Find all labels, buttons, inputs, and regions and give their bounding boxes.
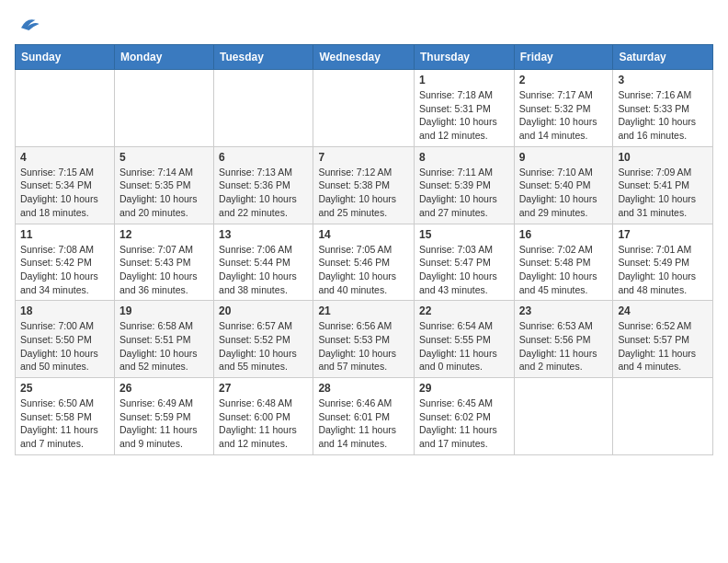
- day-number: 22: [419, 304, 509, 317]
- week-row-4: 25Sunrise: 6:50 AM Sunset: 5:58 PM Dayli…: [16, 378, 713, 455]
- day-info: Sunrise: 7:06 AM Sunset: 5:44 PM Dayligh…: [219, 243, 308, 297]
- calendar-cell: 13Sunrise: 7:06 AM Sunset: 5:44 PM Dayli…: [214, 224, 313, 301]
- calendar-cell: 24Sunrise: 6:52 AM Sunset: 5:57 PM Dayli…: [613, 301, 713, 378]
- week-row-0: 1Sunrise: 7:18 AM Sunset: 5:31 PM Daylig…: [16, 70, 713, 147]
- logo-icon: [15, 15, 40, 37]
- calendar-cell: 29Sunrise: 6:45 AM Sunset: 6:02 PM Dayli…: [415, 378, 515, 455]
- day-info: Sunrise: 6:53 AM Sunset: 5:56 PM Dayligh…: [519, 319, 609, 373]
- col-header-monday: Monday: [114, 45, 213, 70]
- day-info: Sunrise: 7:07 AM Sunset: 5:43 PM Dayligh…: [119, 243, 209, 297]
- calendar-cell: 2Sunrise: 7:17 AM Sunset: 5:32 PM Daylig…: [514, 70, 613, 147]
- calendar-cell: 27Sunrise: 6:48 AM Sunset: 6:00 PM Dayli…: [214, 378, 313, 455]
- calendar-table: SundayMondayTuesdayWednesdayThursdayFrid…: [15, 44, 713, 455]
- calendar-cell: 15Sunrise: 7:03 AM Sunset: 5:47 PM Dayli…: [415, 224, 515, 301]
- calendar-cell: 22Sunrise: 6:54 AM Sunset: 5:55 PM Dayli…: [415, 301, 515, 378]
- day-info: Sunrise: 6:49 AM Sunset: 5:59 PM Dayligh…: [119, 396, 209, 451]
- day-info: Sunrise: 7:13 AM Sunset: 5:36 PM Dayligh…: [219, 166, 308, 220]
- day-info: Sunrise: 7:09 AM Sunset: 5:41 PM Dayligh…: [618, 166, 708, 220]
- day-info: Sunrise: 7:10 AM Sunset: 5:40 PM Dayligh…: [519, 166, 609, 220]
- day-info: Sunrise: 7:02 AM Sunset: 5:48 PM Dayligh…: [519, 243, 609, 297]
- col-header-saturday: Saturday: [613, 45, 713, 70]
- day-info: Sunrise: 6:50 AM Sunset: 5:58 PM Dayligh…: [20, 396, 109, 451]
- calendar-cell: 20Sunrise: 6:57 AM Sunset: 5:52 PM Dayli…: [214, 301, 313, 378]
- day-number: 4: [20, 151, 109, 164]
- day-info: Sunrise: 6:56 AM Sunset: 5:53 PM Dayligh…: [318, 319, 409, 373]
- day-info: Sunrise: 7:01 AM Sunset: 5:49 PM Dayligh…: [618, 243, 708, 297]
- calendar-cell: [313, 70, 415, 147]
- day-number: 12: [119, 228, 209, 241]
- day-number: 3: [618, 74, 708, 86]
- calendar-cell: [114, 70, 213, 147]
- calendar-cell: [514, 378, 613, 455]
- day-number: 20: [219, 304, 308, 317]
- day-info: Sunrise: 7:08 AM Sunset: 5:42 PM Dayligh…: [20, 243, 109, 297]
- calendar-cell: 26Sunrise: 6:49 AM Sunset: 5:59 PM Dayli…: [114, 378, 213, 455]
- col-header-wednesday: Wednesday: [313, 45, 415, 70]
- day-info: Sunrise: 7:17 AM Sunset: 5:32 PM Dayligh…: [519, 88, 609, 143]
- day-number: 18: [20, 304, 109, 317]
- calendar-cell: [214, 70, 313, 147]
- day-number: 7: [318, 151, 409, 164]
- calendar-cell: [613, 378, 713, 455]
- col-header-tuesday: Tuesday: [214, 45, 313, 70]
- day-info: Sunrise: 6:52 AM Sunset: 5:57 PM Dayligh…: [618, 319, 708, 373]
- header: [15, 15, 713, 37]
- calendar-cell: 8Sunrise: 7:11 AM Sunset: 5:39 PM Daylig…: [415, 146, 515, 224]
- calendar-cell: 28Sunrise: 6:46 AM Sunset: 6:01 PM Dayli…: [313, 378, 415, 455]
- calendar-cell: 7Sunrise: 7:12 AM Sunset: 5:38 PM Daylig…: [313, 146, 415, 224]
- calendar-cell: 25Sunrise: 6:50 AM Sunset: 5:58 PM Dayli…: [16, 378, 115, 455]
- logo: [15, 15, 44, 37]
- day-number: 10: [618, 151, 708, 164]
- day-number: 24: [618, 304, 708, 317]
- day-number: 29: [419, 382, 509, 395]
- calendar-cell: 5Sunrise: 7:14 AM Sunset: 5:35 PM Daylig…: [114, 146, 213, 224]
- calendar-cell: 10Sunrise: 7:09 AM Sunset: 5:41 PM Dayli…: [613, 146, 713, 224]
- col-header-sunday: Sunday: [16, 45, 115, 70]
- day-info: Sunrise: 7:16 AM Sunset: 5:33 PM Dayligh…: [618, 88, 708, 143]
- day-number: 9: [519, 151, 609, 164]
- day-number: 8: [419, 151, 509, 164]
- day-number: 1: [419, 74, 509, 86]
- day-info: Sunrise: 7:15 AM Sunset: 5:34 PM Dayligh…: [20, 166, 109, 220]
- day-info: Sunrise: 7:03 AM Sunset: 5:47 PM Dayligh…: [419, 243, 509, 297]
- week-row-2: 11Sunrise: 7:08 AM Sunset: 5:42 PM Dayli…: [16, 224, 713, 301]
- day-info: Sunrise: 7:12 AM Sunset: 5:38 PM Dayligh…: [318, 166, 409, 220]
- day-number: 26: [119, 382, 209, 395]
- day-number: 16: [519, 228, 609, 241]
- calendar-cell: 18Sunrise: 7:00 AM Sunset: 5:50 PM Dayli…: [16, 301, 115, 378]
- day-number: 14: [318, 228, 409, 241]
- calendar-cell: 1Sunrise: 7:18 AM Sunset: 5:31 PM Daylig…: [415, 70, 515, 147]
- day-number: 21: [318, 304, 409, 317]
- day-number: 25: [20, 382, 109, 395]
- calendar-cell: 4Sunrise: 7:15 AM Sunset: 5:34 PM Daylig…: [16, 146, 115, 224]
- day-info: Sunrise: 7:11 AM Sunset: 5:39 PM Dayligh…: [419, 166, 509, 220]
- calendar-cell: [16, 70, 115, 147]
- week-row-1: 4Sunrise: 7:15 AM Sunset: 5:34 PM Daylig…: [16, 146, 713, 224]
- day-info: Sunrise: 7:18 AM Sunset: 5:31 PM Dayligh…: [419, 88, 509, 143]
- day-info: Sunrise: 6:54 AM Sunset: 5:55 PM Dayligh…: [419, 319, 509, 373]
- col-header-thursday: Thursday: [415, 45, 515, 70]
- day-info: Sunrise: 6:48 AM Sunset: 6:00 PM Dayligh…: [219, 396, 308, 451]
- day-number: 6: [219, 151, 308, 164]
- day-number: 15: [419, 228, 509, 241]
- day-number: 27: [219, 382, 308, 395]
- calendar-cell: 23Sunrise: 6:53 AM Sunset: 5:56 PM Dayli…: [514, 301, 613, 378]
- day-info: Sunrise: 6:57 AM Sunset: 5:52 PM Dayligh…: [219, 319, 308, 373]
- calendar-cell: 14Sunrise: 7:05 AM Sunset: 5:46 PM Dayli…: [313, 224, 415, 301]
- week-row-3: 18Sunrise: 7:00 AM Sunset: 5:50 PM Dayli…: [16, 301, 713, 378]
- calendar-cell: 19Sunrise: 6:58 AM Sunset: 5:51 PM Dayli…: [114, 301, 213, 378]
- day-number: 28: [318, 382, 409, 395]
- calendar-cell: 3Sunrise: 7:16 AM Sunset: 5:33 PM Daylig…: [613, 70, 713, 147]
- day-info: Sunrise: 6:46 AM Sunset: 6:01 PM Dayligh…: [318, 396, 409, 451]
- day-number: 17: [618, 228, 708, 241]
- day-number: 19: [119, 304, 209, 317]
- calendar-cell: 12Sunrise: 7:07 AM Sunset: 5:43 PM Dayli…: [114, 224, 213, 301]
- day-info: Sunrise: 7:14 AM Sunset: 5:35 PM Dayligh…: [119, 166, 209, 220]
- calendar-cell: 11Sunrise: 7:08 AM Sunset: 5:42 PM Dayli…: [16, 224, 115, 301]
- calendar-cell: 16Sunrise: 7:02 AM Sunset: 5:48 PM Dayli…: [514, 224, 613, 301]
- day-info: Sunrise: 7:05 AM Sunset: 5:46 PM Dayligh…: [318, 243, 409, 297]
- day-number: 11: [20, 228, 109, 241]
- day-number: 23: [519, 304, 609, 317]
- calendar-cell: 6Sunrise: 7:13 AM Sunset: 5:36 PM Daylig…: [214, 146, 313, 224]
- day-number: 2: [519, 74, 609, 86]
